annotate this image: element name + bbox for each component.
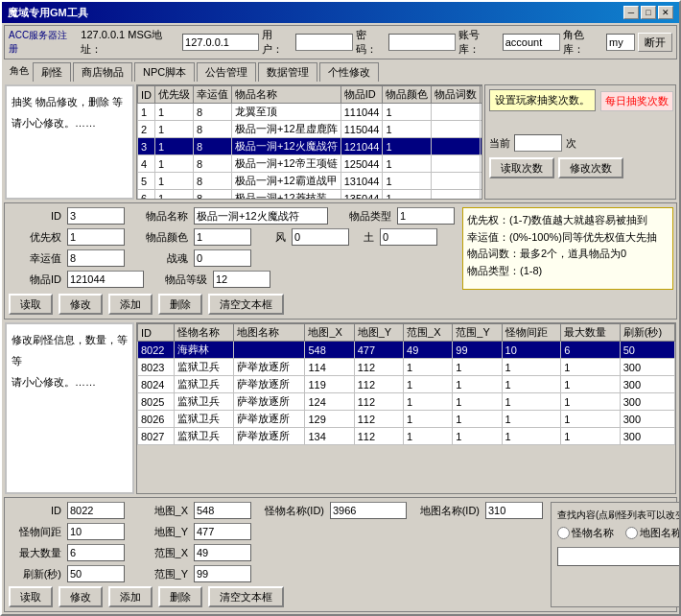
m-id-field[interactable] (67, 502, 125, 519)
monster-table: ID 怪物名称 地图名称 地图_X 地图_Y 范围_X 范围_Y 怪物间距 最大… (137, 323, 675, 445)
item-read-button[interactable]: 读取 (9, 294, 53, 315)
soul-label: 战魂 (130, 251, 188, 266)
m-ry-label: 范围_Y (130, 567, 188, 581)
m-dist-field[interactable] (67, 523, 125, 540)
level-field[interactable] (213, 271, 270, 288)
m-name-label: 怪物名称(ID) (257, 504, 324, 518)
type-field[interactable] (397, 207, 455, 225)
m-form-row-refresh: 刷新(秒) 范围_Y (9, 565, 543, 582)
wind-field[interactable] (292, 228, 349, 246)
m-x-field[interactable] (194, 502, 251, 519)
acc-bar: ACC服务器注册 127.0.0.1 MSG地址： 用户： 密码： 账号库： 角… (4, 25, 677, 59)
monster-table-row[interactable]: 8022海葬林548477499910650 (138, 342, 675, 359)
m-max-field[interactable] (67, 544, 125, 561)
tab-公告管理[interactable]: 公告管理 (197, 62, 256, 82)
item-table-row[interactable]: 618极品一洞+12菱技装1350441121000 (138, 190, 482, 201)
monster-table-row[interactable]: 8023监狱卫兵萨举放逐所1141121111300 (138, 359, 675, 376)
name-field[interactable] (194, 207, 328, 225)
item-table-row[interactable]: 418极品一洞+12帝王项链1250441121000 (138, 155, 482, 173)
db-input[interactable] (503, 34, 560, 51)
item-table-row[interactable]: 218极品一洞+12星虚鹿阵1150441121000 (138, 121, 482, 138)
unit-label: 次 (566, 136, 576, 151)
monster-add-button[interactable]: 添加 (108, 586, 153, 607)
item-table-container: ID 优先级 幸运值 物品名称 物品ID 物品颜色 物品词数 物品等级 物品类型… (136, 84, 482, 200)
tab-npc脚本[interactable]: NPC脚本 (134, 62, 195, 82)
luck-field[interactable] (67, 249, 125, 267)
monster-table-row[interactable]: 8026监狱卫兵萨举放逐所1291121111300 (138, 411, 675, 428)
tab-数据管理[interactable]: 数据管理 (258, 62, 317, 82)
item-table-row[interactable]: 318极品一洞+12火魔战符1210441121000 (138, 138, 482, 155)
tab-个性修改[interactable]: 个性修改 (319, 62, 379, 82)
monster-warning-box: 修改刷怪信息，数量，等 等 请小心修改。…… (5, 322, 134, 494)
m-form-row-max: 最大数量 范围_X (9, 544, 543, 561)
pri-field[interactable] (67, 228, 125, 246)
monster-table-row[interactable]: 8027监狱卫兵萨举放逐所1341121111300 (138, 428, 675, 445)
radio-map-input[interactable] (625, 527, 638, 539)
monster-clear-button[interactable]: 清空文本框 (208, 586, 284, 607)
m-y-field[interactable] (194, 523, 251, 540)
m-id-label: ID (9, 505, 61, 516)
item-table-scroll[interactable]: ID 优先级 幸运值 物品名称 物品ID 物品颜色 物品词数 物品等级 物品类型… (137, 85, 481, 200)
item-clear-button[interactable]: 清空文本框 (208, 294, 284, 315)
monster-delete-button[interactable]: 删除 (158, 586, 202, 607)
window-title: 魔域专用GM工具 (8, 6, 88, 20)
item-detail-buttons: 读取 修改 添加 删除 清空文本框 (9, 294, 672, 315)
color-label: 物品颜色 (130, 230, 188, 245)
ip-input[interactable] (182, 34, 259, 51)
monster-table-row[interactable]: 8025监狱卫兵萨举放逐所1241121111300 (138, 393, 675, 411)
monster-modify-button[interactable]: 修改 (59, 586, 103, 607)
maximize-button[interactable]: □ (641, 6, 656, 19)
color-field[interactable] (194, 228, 251, 246)
m-ry-field[interactable] (194, 565, 251, 582)
monster-buttons: 读取 修改 添加 删除 清空文本框 (9, 586, 543, 607)
earth-field[interactable] (380, 228, 437, 246)
tab-刷怪[interactable]: 刷怪 (33, 62, 71, 82)
radio-map-label: 地图名称 (640, 526, 679, 540)
item-modify-button[interactable]: 修改 (59, 294, 103, 315)
close-button[interactable]: ✕ (658, 6, 673, 19)
form-row-id: ID 物品名称 物品类型 (9, 207, 455, 225)
monster-table-row[interactable]: 8024监狱卫兵萨举放逐所1191121111300 (138, 376, 675, 393)
form-row-luck: 幸运值 战魂 (9, 249, 455, 267)
monster-table-container: ID 怪物名称 地图名称 地图_X 地图_Y 范围_X 范围_Y 怪物间距 最大… (136, 322, 676, 494)
item-table-row[interactable]: 118龙翼至顶1110441121000 (138, 104, 482, 121)
m-refresh-field[interactable] (67, 565, 125, 582)
item-table-row[interactable]: 518极品一洞+12霸道战甲1310441121000 (138, 173, 482, 190)
radio-map-name[interactable]: 地图名称 (625, 526, 679, 540)
lottery-current-input[interactable] (514, 134, 562, 152)
pwd-input[interactable] (388, 34, 456, 51)
item-add-button[interactable]: 添加 (108, 294, 153, 315)
item-id-label: 物品ID (9, 272, 61, 287)
earth-label: 土 (355, 230, 374, 245)
type-label: 物品类型 (334, 209, 391, 224)
item-id-field[interactable] (67, 271, 144, 288)
radio-monster-input[interactable] (557, 527, 570, 539)
radio-monster-label: 怪物名称 (572, 526, 614, 540)
soul-field[interactable] (194, 249, 251, 267)
radio-monster-name[interactable]: 怪物名称 (557, 526, 614, 540)
id-label: ID (9, 210, 61, 222)
form-row-itemid: 物品ID 物品等级 (9, 271, 455, 288)
current-label: 当前 (489, 136, 510, 151)
lottery-buttons: 读取次数 修改次数 (489, 157, 671, 178)
search-input[interactable] (557, 547, 679, 566)
user-input[interactable] (295, 34, 353, 51)
tab-商店物品[interactable]: 商店物品 (73, 62, 132, 82)
read-lottery-button[interactable]: 读取次数 (489, 157, 554, 178)
monster-table-scroll[interactable]: ID 怪物名称 地图名称 地图_X 地图_Y 范围_X 范围_Y 怪物间距 最大… (137, 323, 675, 493)
m-mapid-field[interactable] (485, 502, 543, 519)
minimize-button[interactable]: ─ (623, 6, 639, 19)
modify-lottery-button[interactable]: 修改次数 (558, 157, 623, 178)
id-field[interactable] (67, 207, 125, 225)
item-delete-button[interactable]: 删除 (158, 294, 202, 315)
connect-button[interactable]: 断开 (638, 33, 672, 52)
item-warning-line1: 抽奖 物品修改，删除 等 (12, 91, 128, 112)
role-input[interactable] (606, 34, 635, 51)
lottery-title-bubble: 设置玩家抽奖次数。 (489, 89, 596, 111)
form-rows: ID 物品名称 物品类型 优先权 物品颜色 风 土 (9, 207, 672, 290)
m-col-x: 地图_X (305, 324, 354, 342)
lottery-section: 设置玩家抽奖次数。 每日抽奖次数 当前 次 读取次数 修改次数 (484, 84, 676, 200)
monster-read-button[interactable]: 读取 (9, 586, 53, 607)
m-rx-field[interactable] (194, 544, 251, 561)
m-name-field[interactable] (330, 502, 407, 519)
